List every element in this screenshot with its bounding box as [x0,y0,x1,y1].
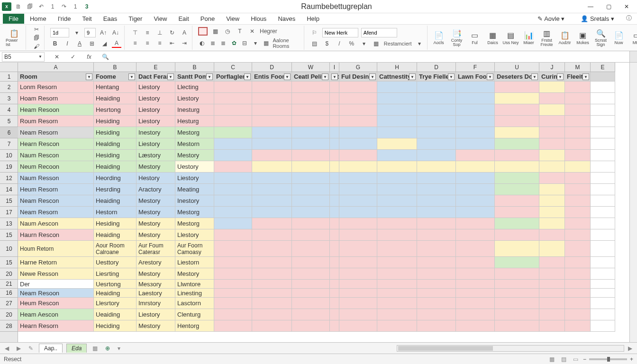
cell[interactable] [330,116,339,127]
cell[interactable]: Hestory [136,173,175,184]
cell[interactable]: Neam Resorn [18,127,94,138]
cell[interactable] [214,161,252,173]
cell[interactable] [339,257,377,268]
cell[interactable] [539,93,565,104]
cell[interactable] [377,257,417,268]
cell[interactable]: Hesiding [94,150,136,161]
cell[interactable]: Hearn Resorn [18,320,94,332]
search-formula-icon[interactable]: 🔍 [100,53,110,61]
menu-hlous[interactable]: Hlous [245,14,272,24]
indent-inc-icon[interactable]: ⇥ [180,39,189,47]
cell[interactable] [456,309,495,320]
cell[interactable]: Liestory [175,93,214,104]
header-cell[interactable]: Santt Pom▼ [175,72,214,82]
cell[interactable] [456,229,495,241]
col-header-C[interactable]: C [214,63,252,72]
cell[interactable]: Liestory [136,309,175,320]
cell[interactable] [539,161,565,173]
cell[interactable] [252,280,292,289]
cell[interactable] [565,207,591,218]
cell[interactable] [565,298,591,309]
cell[interactable] [456,289,495,298]
row-header-14[interactable]: 14 [0,184,18,195]
num4-icon[interactable]: ✿ [230,39,237,47]
menu-naves[interactable]: Naves [272,14,301,24]
cell[interactable] [495,289,539,298]
cell[interactable] [292,280,330,289]
num5-icon[interactable]: ⊟ [241,39,248,47]
maximize-button[interactable]: ▢ [600,1,617,12]
cell[interactable] [495,173,539,184]
cell[interactable] [417,241,456,257]
cell[interactable] [591,184,615,195]
underline-icon[interactable]: A [75,39,84,48]
menu-help[interactable]: Help [301,14,325,24]
cell[interactable] [591,298,615,309]
cell[interactable] [456,207,495,218]
cell[interactable] [591,93,615,104]
cell[interactable] [330,289,339,298]
cell[interactable]: Lonm Resorn [18,82,94,93]
cell[interactable] [330,104,339,116]
cell[interactable] [377,138,417,150]
cell[interactable] [495,309,539,320]
cell[interactable] [292,309,330,320]
cell[interactable]: Uestory [175,161,214,173]
cell[interactable] [330,173,339,184]
indent-dec-icon[interactable]: ⇤ [167,39,177,47]
cell[interactable]: Mestory [136,320,175,332]
cell[interactable] [591,309,615,320]
col-header-E[interactable]: E [136,63,175,72]
cell[interactable] [417,104,456,116]
cell[interactable] [330,127,339,138]
view-break-icon[interactable]: ▭ [571,356,580,363]
cell[interactable] [417,289,456,298]
cell[interactable] [539,280,565,289]
row-header-10[interactable]: 10 [0,150,18,161]
row-header-12[interactable]: 12 [0,173,18,184]
cell[interactable] [539,289,565,298]
cell[interactable] [495,241,539,257]
row-header-13[interactable]: 13 [0,218,18,229]
cell[interactable] [456,298,495,309]
cell[interactable] [339,309,377,320]
cell[interactable]: Laestory [136,289,175,298]
scroll-right-icon[interactable]: ▶ [626,345,634,352]
header-cell[interactable]: Lawn Foom▼ [456,72,495,82]
cell[interactable]: Mestorn [175,138,214,150]
cell[interactable] [565,82,591,93]
fx-icon[interactable]: fx [84,53,94,61]
cell[interactable] [539,298,565,309]
cell[interactable] [214,127,252,138]
cell[interactable] [292,116,330,127]
undo-icon[interactable]: ↶ [37,2,46,11]
cell[interactable]: Liestory [136,104,175,116]
row-header-15[interactable]: 15 [0,229,18,241]
cell[interactable] [214,320,252,332]
chevron-down-icon[interactable]: ▼ [38,55,42,59]
cell[interactable] [292,173,330,184]
cell[interactable]: Meating [175,184,214,195]
cell[interactable] [377,93,417,104]
cell[interactable] [339,218,377,229]
cell[interactable] [292,320,330,332]
cell[interactable] [456,127,495,138]
cell[interactable] [495,280,539,289]
filter-arrow-icon[interactable]: ▼ [244,73,251,80]
cell[interactable] [377,207,417,218]
cell[interactable] [252,298,292,309]
cell[interactable] [495,195,539,207]
style-swatch[interactable] [198,27,208,36]
cell[interactable] [495,218,539,229]
col-header-I[interactable]: I [330,63,339,72]
cell[interactable] [377,195,417,207]
header-cell[interactable]: Porflagler▼ [214,72,252,82]
ribbon-big-0[interactable]: 📄Aocls [430,27,447,49]
qat-page-3[interactable]: 3 [82,2,91,11]
cell[interactable] [214,104,252,116]
cell[interactable] [565,93,591,104]
format-painter-icon[interactable]: 🖌 [32,43,41,50]
cell[interactable] [292,104,330,116]
row-header-21[interactable]: 21 [0,280,18,289]
cell[interactable]: Læstory [136,150,175,161]
